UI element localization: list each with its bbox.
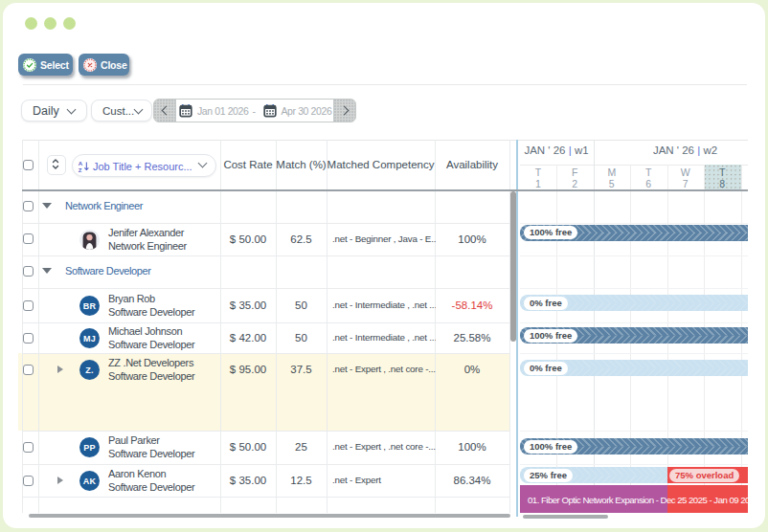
svg-text:A: A [79,160,83,166]
svg-text:Z: Z [79,166,82,172]
